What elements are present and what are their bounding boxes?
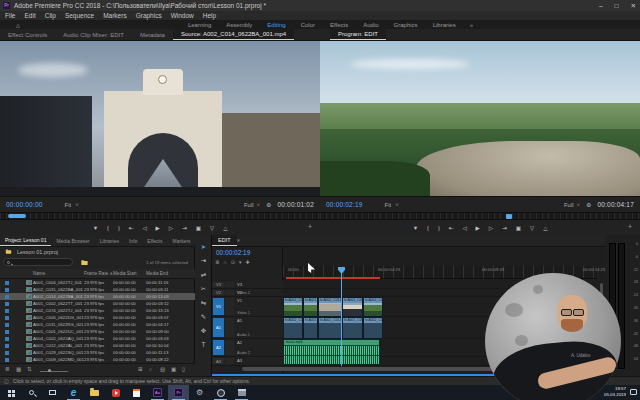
taskbar-start-button[interactable] bbox=[0, 385, 21, 400]
list-view-icon[interactable]: ≣ bbox=[5, 366, 10, 372]
source-playhead[interactable] bbox=[8, 214, 26, 218]
mark-out-button[interactable]: } bbox=[438, 225, 440, 231]
track-toggle-v1[interactable]: V1 bbox=[237, 298, 242, 303]
taskbar-media-app-button[interactable] bbox=[105, 385, 126, 400]
insert-button[interactable]: ▽ bbox=[210, 225, 214, 231]
search-bin-icon[interactable] bbox=[80, 260, 88, 266]
source-patch-a2[interactable]: A2 bbox=[213, 340, 224, 355]
play-button[interactable]: ▶ bbox=[156, 225, 160, 231]
source-patch-a3[interactable]: A3 bbox=[213, 358, 224, 364]
go-to-out-button[interactable]: ⇥ bbox=[182, 225, 187, 231]
video-clip[interactable]: fx A002_C014 bbox=[318, 297, 342, 317]
program-settings-icon[interactable]: ⚙ bbox=[586, 201, 591, 208]
taskbar-obs-button[interactable] bbox=[210, 385, 231, 400]
play-button[interactable]: ▶ bbox=[476, 225, 480, 231]
table-row[interactable]: A001_C006_0622DG_00123.976 fps00:00:00:0… bbox=[0, 314, 195, 321]
timeline-tab-close-icon[interactable]: ✕ bbox=[237, 238, 241, 246]
timeline-settings-icon[interactable]: ≣ bbox=[215, 259, 219, 265]
track-select-tool[interactable]: ⇥ bbox=[195, 254, 212, 267]
menu-markers[interactable]: Markers bbox=[103, 12, 126, 19]
home-icon[interactable]: ⌂ bbox=[16, 22, 20, 29]
table-row[interactable]: A001_C004_0622TJ_00123.976 fps00:00:00:0… bbox=[0, 279, 195, 286]
taskbar-premiere-button[interactable]: Pr bbox=[168, 385, 189, 400]
go-to-out-button[interactable]: ⇥ bbox=[502, 225, 507, 231]
program-scrubber[interactable] bbox=[320, 212, 640, 219]
delete-icon[interactable]: ▯ bbox=[182, 366, 185, 372]
new-bin-icon[interactable]: ▤ bbox=[160, 366, 165, 372]
timeline-tab[interactable]: EDIT bbox=[212, 235, 237, 246]
sort-items-icon[interactable]: ⇅ bbox=[27, 366, 32, 372]
workspace-tab-graphics[interactable]: Graphics bbox=[394, 22, 418, 28]
source-resolution-select[interactable]: Full bbox=[244, 202, 254, 208]
slip-tool[interactable]: ⇆ bbox=[195, 296, 212, 309]
track-header-v2[interactable]: V2V2Video 2 bbox=[212, 289, 283, 297]
track-lock-icon[interactable] bbox=[225, 282, 234, 287]
insert-button[interactable]: ▽ bbox=[530, 225, 534, 231]
source-button-editor-icon[interactable]: + bbox=[308, 223, 312, 230]
find-icon[interactable]: ⌕ bbox=[149, 366, 152, 373]
source-patch-v1[interactable]: V1 bbox=[213, 298, 224, 315]
menu-clip[interactable]: Clip bbox=[45, 12, 56, 19]
go-to-in-button[interactable]: ⇤ bbox=[449, 225, 454, 231]
workspace-tab-libraries[interactable]: Libraries bbox=[433, 22, 456, 28]
panel-tab[interactable]: Audio Clip Mixer: EDIT bbox=[55, 29, 132, 40]
column-frame-rate[interactable]: Frame Rate ∧ bbox=[84, 271, 113, 276]
table-row[interactable]: A002_C014_0622BA_00123.976 fps00:00:00:0… bbox=[0, 293, 195, 300]
panel-tab[interactable]: Metadata bbox=[132, 29, 173, 40]
timeline-plus-icon[interactable]: ✚ bbox=[246, 259, 250, 265]
track-header-a2[interactable]: A2A2Audio 2 bbox=[212, 339, 283, 357]
project-tab[interactable]: Media Browser bbox=[51, 236, 94, 246]
audio-clip[interactable]: fx A002_C014 bbox=[318, 317, 342, 339]
program-resolution-select[interactable]: Full bbox=[564, 202, 574, 208]
action-center-icon[interactable] bbox=[630, 389, 637, 395]
taskbar-notes-app-button[interactable] bbox=[126, 385, 147, 400]
taskbar-task-view-button[interactable] bbox=[42, 385, 63, 400]
project-tab[interactable]: Markers bbox=[168, 236, 195, 246]
video-clip[interactable]: fx A001_C002 bbox=[342, 297, 363, 317]
export-frame-button[interactable]: ▣ bbox=[516, 225, 521, 231]
taskbar-search-button[interactable] bbox=[21, 385, 42, 400]
mark-out-button[interactable]: } bbox=[118, 225, 120, 231]
program-zoom-select[interactable]: Fit bbox=[385, 202, 392, 208]
add-marker-button[interactable]: ▼ bbox=[413, 225, 418, 231]
table-row[interactable]: A002_C015_0622BA_00123.976 fps00:00:00:0… bbox=[0, 286, 195, 293]
track-lock-icon[interactable] bbox=[225, 290, 234, 295]
minimize-button[interactable]: – bbox=[599, 2, 603, 9]
panel-tab[interactable]: Source: A002_C014_0622BA_001.mp4 bbox=[173, 28, 294, 40]
table-row[interactable]: A004_C002_0622AQ_00123.976 fps00:00:00:0… bbox=[0, 335, 195, 342]
project-tab[interactable]: Project: Lesson 01 bbox=[0, 235, 51, 246]
track-header-v1[interactable]: V1V1Video 1 bbox=[212, 297, 283, 317]
source-patch-a1[interactable]: A1 bbox=[213, 318, 224, 337]
selection-tool[interactable]: ➤ bbox=[195, 240, 212, 253]
razor-tool[interactable]: ✂ bbox=[195, 282, 212, 295]
linked-selection-icon[interactable]: ⊙ bbox=[231, 259, 235, 265]
project-tab[interactable]: Libraries bbox=[95, 236, 124, 246]
export-frame-button[interactable]: ▣ bbox=[196, 225, 201, 231]
menu-window[interactable]: Window bbox=[171, 12, 194, 19]
project-tab[interactable]: Effects bbox=[142, 236, 167, 246]
table-row[interactable]: A001_C009_0622MD_00123.976 fps00:00:00:0… bbox=[0, 356, 195, 363]
table-row[interactable]: A002_C074_0622TJ_00123.976 fps00:00:00:0… bbox=[0, 307, 195, 314]
icon-view-icon[interactable]: ▦ bbox=[16, 366, 21, 372]
mark-in-button[interactable]: { bbox=[107, 225, 109, 231]
audio-clip[interactable]: fx A002_C015 bbox=[283, 317, 303, 339]
source-patch-v2[interactable]: V2 bbox=[213, 290, 224, 295]
zoom-slider[interactable] bbox=[40, 371, 68, 372]
track-lock-icon[interactable] bbox=[225, 298, 234, 315]
project-search-input[interactable] bbox=[3, 258, 73, 266]
panel-tab[interactable]: Effect Controls bbox=[0, 29, 55, 40]
taskbar-clock[interactable]: 18:57 05.03.2019 bbox=[604, 386, 626, 398]
source-settings-icon[interactable]: ⚙ bbox=[266, 201, 271, 208]
taskbar-settings-button[interactable]: ⚙ bbox=[189, 385, 210, 400]
menu-sequence[interactable]: Sequence bbox=[65, 12, 94, 19]
track-lock-icon[interactable] bbox=[225, 358, 234, 364]
menu-help[interactable]: Help bbox=[203, 12, 216, 19]
maximize-button[interactable]: □ bbox=[615, 2, 619, 9]
table-row[interactable]: A001_C011_0622RG_00123.976 fps00:00:00:0… bbox=[0, 321, 195, 328]
track-toggle-a2[interactable]: A2 bbox=[237, 340, 242, 345]
pen-tool[interactable]: ✎ bbox=[195, 310, 212, 323]
menu-edit[interactable]: Edit bbox=[24, 12, 35, 19]
close-button[interactable]: ✕ bbox=[631, 2, 636, 10]
video-clip[interactable]: fx A002_C015 bbox=[283, 297, 303, 317]
track-lock-icon[interactable] bbox=[225, 340, 234, 355]
